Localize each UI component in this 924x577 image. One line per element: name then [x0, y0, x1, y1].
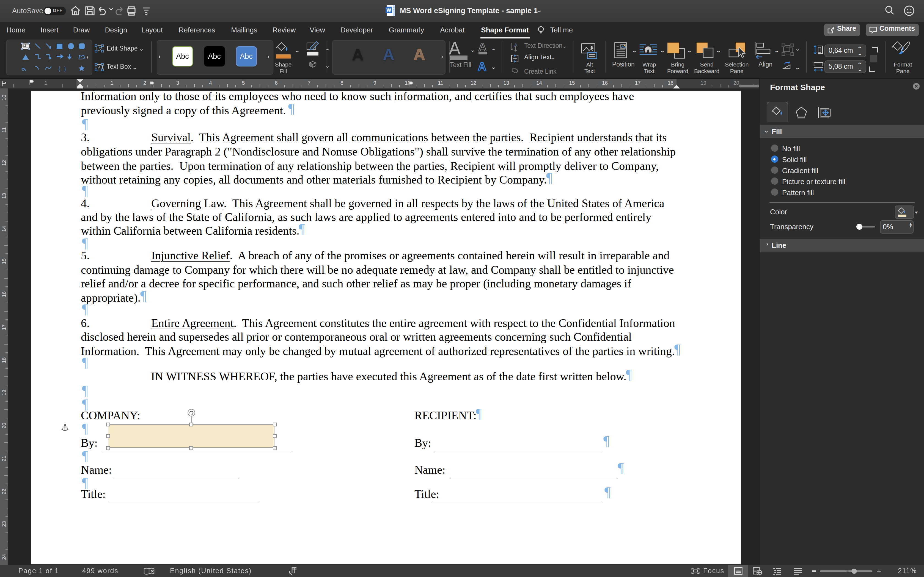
svg-text:{: {: [58, 65, 61, 72]
svg-text:A: A: [98, 65, 101, 70]
svg-text:W: W: [387, 7, 391, 13]
svg-text:A: A: [23, 45, 25, 47]
svg-text:}: }: [63, 65, 66, 72]
svg-text:A: A: [514, 42, 517, 48]
